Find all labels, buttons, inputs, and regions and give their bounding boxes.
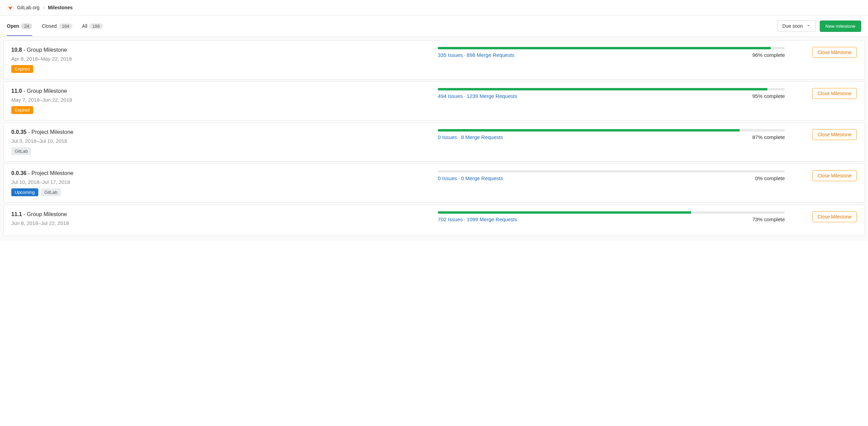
expired-badge: Expired bbox=[11, 106, 33, 114]
new-milestone-button[interactable]: New milestone bbox=[820, 21, 861, 32]
tab-open-count: 24 bbox=[21, 23, 32, 29]
links-separator: · bbox=[457, 135, 461, 140]
progress-bar bbox=[438, 88, 785, 90]
links-separator: · bbox=[463, 52, 467, 58]
milestone-version: 0.0.35 bbox=[11, 129, 26, 135]
milestone-version: 11.1 bbox=[11, 211, 22, 217]
milestone-version: 10.8 bbox=[11, 47, 22, 53]
breadcrumb-current: Milestones bbox=[48, 5, 73, 10]
milestone-dates: Jul 10, 2018–Jul 17, 2018 bbox=[11, 179, 427, 185]
progress-fill bbox=[438, 47, 771, 49]
merge-requests-link[interactable]: 1099 Merge Requests bbox=[467, 216, 518, 222]
milestone-version: 11.0 bbox=[11, 88, 22, 94]
percent-complete: 73% complete bbox=[752, 216, 785, 222]
issues-link[interactable]: 335 Issues bbox=[438, 52, 463, 58]
close-milestone-button[interactable]: Close Milestone bbox=[812, 211, 857, 222]
progress-fill bbox=[438, 211, 691, 214]
percent-complete: 95% complete bbox=[752, 93, 785, 99]
close-milestone-button[interactable]: Close Milestone bbox=[812, 47, 857, 58]
close-milestone-button[interactable]: Close Milestone bbox=[812, 88, 857, 99]
tab-all-count: 186 bbox=[89, 23, 103, 29]
sort-dropdown[interactable]: Due soon bbox=[777, 20, 816, 32]
milestone-dates: May 7, 2018–Jun 22, 2018 bbox=[11, 97, 427, 103]
close-milestone-button[interactable]: Close Milestone bbox=[812, 170, 857, 181]
tab-closed[interactable]: Closed 164 bbox=[42, 16, 72, 36]
milestone-title-link[interactable]: 11.1 - Group Milestone bbox=[11, 211, 67, 217]
breadcrumb: GitLab.org › Milestones bbox=[0, 0, 868, 15]
milestone-title-link[interactable]: 10.8 - Group Milestone bbox=[11, 47, 67, 53]
milestone-list: 10.8 - Group Milestone Apr 8, 2018–May 2… bbox=[0, 37, 868, 241]
tab-closed-count: 164 bbox=[59, 23, 73, 29]
merge-requests-link[interactable]: 0 Merge Requests bbox=[461, 175, 503, 181]
merge-requests-link[interactable]: 8 Merge Requests bbox=[461, 134, 503, 140]
milestone-dates: Jun 8, 2018–Jul 22, 2018 bbox=[11, 220, 427, 226]
milestone-row: 10.8 - Group Milestone Apr 8, 2018–May 2… bbox=[3, 40, 865, 79]
issues-link[interactable]: 0 Issues bbox=[438, 175, 457, 181]
milestone-title-link[interactable]: 0.0.36 - Project Milestone bbox=[11, 170, 73, 176]
milestone-row: 11.1 - Group Milestone Jun 8, 2018–Jul 2… bbox=[3, 205, 865, 236]
progress-bar bbox=[438, 211, 785, 214]
progress-bar bbox=[438, 47, 785, 49]
sort-dropdown-label: Due soon bbox=[782, 23, 803, 29]
milestone-version: 0.0.36 bbox=[11, 170, 26, 176]
gitlab-logo-icon bbox=[7, 4, 14, 11]
milestone-scope-sep: - bbox=[26, 129, 31, 135]
merge-requests-link[interactable]: 1239 Merge Requests bbox=[467, 93, 518, 99]
percent-complete: 96% complete bbox=[752, 52, 785, 58]
tab-open-label: Open bbox=[7, 23, 19, 29]
milestone-scope-sep: - bbox=[22, 88, 27, 94]
milestone-dates: Apr 8, 2018–May 22, 2018 bbox=[11, 56, 427, 62]
milestone-scope-sep: - bbox=[22, 47, 27, 53]
issues-link[interactable]: 494 Issues bbox=[438, 93, 463, 99]
milestone-scope: Group Milestone bbox=[27, 47, 67, 53]
links-separator: · bbox=[463, 217, 467, 222]
issues-link[interactable]: 702 Issues bbox=[438, 216, 463, 222]
milestone-scope: Project Milestone bbox=[31, 170, 74, 176]
close-milestone-button[interactable]: Close Milestone bbox=[812, 129, 857, 140]
percent-complete: 0% complete bbox=[755, 175, 785, 181]
links-separator: · bbox=[463, 93, 467, 99]
project-badge: GitLab bbox=[41, 188, 61, 196]
milestone-scope: Project Milestone bbox=[31, 129, 74, 135]
milestone-row: 11.0 - Group Milestone May 7, 2018–Jun 2… bbox=[3, 82, 865, 121]
progress-fill bbox=[438, 88, 767, 90]
upcoming-badge: Upcoming bbox=[11, 188, 38, 196]
breadcrumb-group[interactable]: GitLab.org bbox=[17, 5, 39, 10]
tab-all[interactable]: All 186 bbox=[82, 16, 103, 36]
expired-badge: Expired bbox=[11, 65, 33, 73]
milestone-scope: Group Milestone bbox=[27, 211, 67, 217]
milestone-row: 0.0.36 - Project Milestone Jul 10, 2018–… bbox=[3, 164, 865, 203]
links-separator: · bbox=[457, 176, 461, 181]
tab-closed-label: Closed bbox=[42, 23, 57, 29]
chevron-right-icon: › bbox=[43, 5, 44, 10]
milestone-title-link[interactable]: 11.0 - Group Milestone bbox=[11, 88, 67, 94]
tab-open[interactable]: Open 24 bbox=[7, 16, 32, 36]
chevron-down-icon bbox=[806, 23, 810, 29]
merge-requests-link[interactable]: 898 Merge Requests bbox=[467, 52, 514, 58]
issues-link[interactable]: 0 Issues bbox=[438, 134, 457, 140]
milestone-scope: Group Milestone bbox=[27, 88, 67, 94]
milestone-scope-sep: - bbox=[22, 211, 27, 217]
tab-bar: Open 24 Closed 164 All 186 Due soon New … bbox=[0, 15, 868, 37]
project-badge: GitLab bbox=[11, 147, 31, 155]
milestone-scope-sep: - bbox=[26, 170, 31, 176]
milestone-dates: Jul 3, 2018–Jul 10, 2018 bbox=[11, 138, 427, 144]
tab-all-label: All bbox=[82, 23, 88, 29]
percent-complete: 87% complete bbox=[752, 134, 785, 140]
progress-bar bbox=[438, 129, 785, 131]
milestone-title-link[interactable]: 0.0.35 - Project Milestone bbox=[11, 129, 73, 135]
progress-bar bbox=[438, 170, 785, 173]
milestone-row: 0.0.35 - Project Milestone Jul 3, 2018–J… bbox=[3, 123, 865, 162]
progress-fill bbox=[438, 129, 740, 131]
